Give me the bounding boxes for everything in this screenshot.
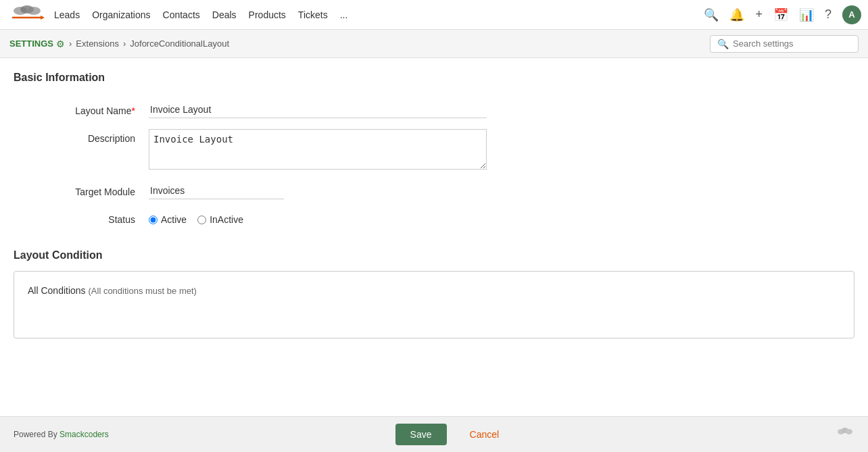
breadcrumb-separator-2: › [123,39,126,49]
settings-link[interactable]: SETTINGS [9,39,53,49]
nav-more[interactable]: ... [340,9,348,20]
condition-text: All Conditions [28,285,86,296]
nav-links: Leads Organizations Contacts Deals Produ… [54,9,704,20]
nav-leads[interactable]: Leads [54,9,80,20]
nav-deals[interactable]: Deals [212,9,237,20]
search-icon[interactable]: 🔍 [704,7,719,22]
breadcrumb-separator-1: › [69,39,72,49]
main-content: Basic Information Layout Name* Descripti… [0,58,868,225]
svg-marker-4 [41,16,45,20]
status-active-radio[interactable] [149,216,158,224]
nav-icons: 🔍 🔔 + 📅 📊 ? A [704,5,861,24]
chart-icon[interactable]: 📊 [799,7,814,22]
condition-box: All Conditions (All conditions must be m… [14,271,854,338]
settings-bar: SETTINGS ⚙ › Extensions › JoforceConditi… [0,30,868,58]
target-module-label: Target Module [14,182,149,197]
breadcrumb-extensions[interactable]: Extensions [76,39,119,49]
search-settings-icon: 🔍 [717,39,729,49]
nav-organizations[interactable]: Organizations [92,9,150,20]
description-textarea[interactable]: Invoice Layout [149,129,487,170]
layout-name-field [149,101,854,118]
description-label: Description [14,129,149,144]
basic-info-title: Basic Information [14,72,854,88]
layout-name-label: Layout Name* [14,101,149,116]
status-row: Status Active InActive [14,210,854,225]
breadcrumb-joforce: JoforceConditionalLayout [130,39,229,49]
user-avatar[interactable]: A [842,5,861,24]
nav-products[interactable]: Products [249,9,286,20]
nav-tickets[interactable]: Tickets [298,9,328,20]
target-module-row: Target Module Invoices [14,182,854,199]
layout-name-row: Layout Name* [14,101,854,118]
layout-condition-section: Layout Condition All Conditions (All con… [0,236,868,352]
top-navigation: Leads Organizations Contacts Deals Produ… [0,0,868,30]
bell-icon[interactable]: 🔔 [729,7,744,22]
required-marker: * [132,105,135,116]
search-settings-input[interactable] [733,39,851,49]
search-settings-container: 🔍 [710,35,859,53]
status-active-label[interactable]: Active [149,214,187,225]
description-row: Description Invoice Layout [14,129,854,172]
logo[interactable] [7,3,47,27]
svg-point-2 [27,7,41,15]
description-field: Invoice Layout [149,129,854,172]
layout-name-input[interactable] [149,101,487,118]
gear-icon: ⚙ [56,39,65,49]
status-label: Status [14,210,149,225]
calendar-icon[interactable]: 📅 [773,7,788,22]
status-inactive-label[interactable]: InActive [197,214,243,225]
target-module-field: Invoices [149,182,854,199]
layout-condition-title: Layout Condition [14,249,854,261]
status-active-text: Active [161,214,187,225]
target-module-select[interactable]: Invoices [149,182,284,199]
nav-contacts[interactable]: Contacts [163,9,200,20]
status-inactive-radio[interactable] [197,216,206,224]
condition-sub: (All conditions must be met) [89,286,197,296]
status-field: Active InActive [149,210,854,225]
status-inactive-text: InActive [210,214,243,225]
help-icon[interactable]: ? [825,7,831,22]
plus-icon[interactable]: + [755,7,763,22]
